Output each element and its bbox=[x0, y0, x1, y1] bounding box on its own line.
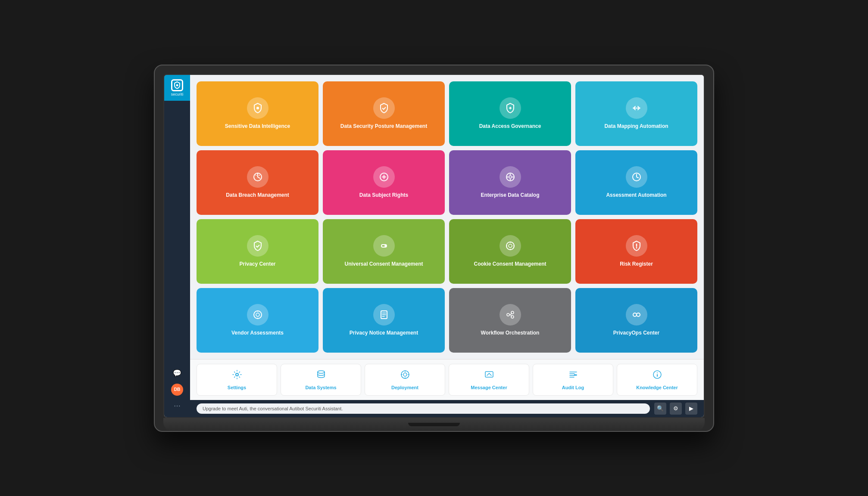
tile-label: Cookie Consent Management bbox=[474, 261, 546, 268]
dag-icon bbox=[500, 97, 521, 119]
knowledge-center-icon bbox=[652, 369, 662, 382]
status-bar: Upgrade to meet Auti, the conversational… bbox=[190, 400, 704, 417]
svg-point-0 bbox=[176, 84, 178, 86]
svg-point-21 bbox=[633, 313, 637, 316]
privacy-center-icon bbox=[247, 235, 269, 257]
logo-text: securiti bbox=[171, 92, 184, 96]
chat-icon[interactable]: 💬 bbox=[170, 366, 184, 380]
tile-dag[interactable]: Data Access Governance bbox=[449, 81, 571, 146]
tile-label: PrivacyOps Center bbox=[613, 330, 659, 337]
tile-aa[interactable]: Assessment Automation bbox=[575, 150, 697, 215]
tile-vendor[interactable]: Vendor Assessments bbox=[197, 288, 318, 353]
message-center-icon bbox=[484, 369, 494, 382]
sidebar-logo[interactable]: securiti bbox=[164, 75, 190, 101]
tile-label: Data Breach Management bbox=[226, 192, 289, 199]
ccm-icon bbox=[500, 235, 521, 257]
settings-tile[interactable]: Settings bbox=[197, 364, 277, 396]
tile-label: Universal Consent Management bbox=[344, 261, 423, 268]
avatar[interactable]: DB bbox=[171, 384, 183, 396]
svg-point-6 bbox=[507, 176, 508, 177]
logo-icon bbox=[171, 79, 183, 91]
audit-log-tile[interactable]: Audit Log bbox=[533, 364, 613, 396]
svg-point-15 bbox=[254, 311, 262, 319]
settings-label: Settings bbox=[228, 385, 246, 390]
dspm-icon bbox=[373, 97, 395, 119]
tile-dma[interactable]: Data Mapping Automation bbox=[575, 81, 697, 146]
tile-label: Enterprise Data Catalog bbox=[481, 192, 539, 199]
svg-point-22 bbox=[637, 313, 640, 316]
tile-label: Privacy Notice Management bbox=[350, 330, 418, 337]
svg-point-14 bbox=[509, 244, 512, 248]
sidebar: securiti 💬 DB ⋯ bbox=[164, 75, 190, 417]
sidebar-bottom: 💬 DB ⋯ bbox=[170, 366, 184, 417]
tile-ucm[interactable]: Universal Consent Management bbox=[323, 219, 445, 284]
data-systems-label: Data Systems bbox=[305, 385, 336, 390]
message-center-tile[interactable]: Message Center bbox=[449, 364, 529, 396]
grid-icon[interactable]: ⋯ bbox=[170, 399, 184, 413]
knowledge-center-tile[interactable]: Knowledge Center bbox=[617, 364, 697, 396]
svg-point-16 bbox=[256, 313, 259, 316]
tile-label: Data Mapping Automation bbox=[604, 123, 668, 130]
aa-icon bbox=[626, 166, 647, 188]
svg-point-18 bbox=[507, 313, 509, 316]
pnm-icon bbox=[373, 304, 395, 326]
main-content: Sensitive Data Intelligence Data Securit… bbox=[190, 75, 704, 417]
svg-point-23 bbox=[236, 373, 238, 376]
settings-icon bbox=[232, 369, 242, 382]
tile-label: Workflow Orchestration bbox=[481, 330, 540, 337]
knowledge-center-label: Knowledge Center bbox=[636, 385, 678, 390]
svg-point-8 bbox=[509, 174, 511, 175]
tile-label: Data Access Governance bbox=[479, 123, 541, 130]
tile-label: Sensitive Data Intelligence bbox=[225, 123, 290, 130]
workflow-icon bbox=[500, 304, 521, 326]
deployment-tile[interactable]: Deployment bbox=[365, 364, 445, 396]
audit-log-icon bbox=[568, 369, 578, 382]
vendor-icon bbox=[247, 304, 269, 326]
search-icon[interactable]: 🔍 bbox=[654, 403, 666, 415]
tile-label: Assessment Automation bbox=[606, 192, 666, 199]
deployment-icon bbox=[400, 369, 410, 382]
ucm-icon bbox=[373, 235, 395, 257]
tiles-grid: Sensitive Data Intelligence Data Securit… bbox=[190, 75, 704, 359]
dbm-icon bbox=[247, 166, 269, 188]
data-systems-tile[interactable]: Data Systems bbox=[281, 364, 361, 396]
tile-edc[interactable]: Enterprise Data Catalog bbox=[449, 150, 571, 215]
tile-label: Privacy Center bbox=[239, 261, 275, 268]
tile-dbm[interactable]: Data Breach Management bbox=[197, 150, 318, 215]
tile-risk-register[interactable]: Risk Register bbox=[575, 219, 697, 284]
dsr-icon bbox=[373, 166, 395, 188]
sensitive-data-icon bbox=[247, 97, 269, 119]
tile-label: Data Subject Rights bbox=[359, 192, 408, 199]
tile-label: Vendor Assessments bbox=[231, 330, 284, 337]
filter-icon[interactable]: ⚙ bbox=[670, 403, 682, 415]
message-center-label: Message Center bbox=[471, 385, 507, 390]
audit-log-label: Audit Log bbox=[562, 385, 584, 390]
tile-privacy-center[interactable]: Privacy Center bbox=[197, 219, 318, 284]
status-icons: 🔍 ⚙ ▶ bbox=[654, 403, 697, 415]
tile-sensitive-data[interactable]: Sensitive Data Intelligence bbox=[197, 81, 318, 146]
deployment-label: Deployment bbox=[391, 385, 418, 390]
play-icon[interactable]: ▶ bbox=[685, 403, 697, 415]
edc-icon bbox=[500, 166, 521, 188]
svg-point-24 bbox=[318, 371, 325, 373]
tile-dspm[interactable]: Data Security Posture Management bbox=[323, 81, 445, 146]
risk-register-icon bbox=[626, 235, 647, 257]
svg-point-9 bbox=[509, 179, 511, 180]
tile-label: Risk Register bbox=[620, 261, 653, 268]
svg-point-26 bbox=[403, 373, 407, 376]
data-systems-icon bbox=[316, 369, 326, 382]
tile-pnm[interactable]: Privacy Notice Management bbox=[323, 288, 445, 353]
svg-point-7 bbox=[512, 176, 513, 177]
svg-point-13 bbox=[506, 242, 514, 250]
chat-bubble: Upgrade to meet Auti, the conversational… bbox=[197, 403, 650, 414]
svg-rect-27 bbox=[485, 372, 493, 377]
svg-point-12 bbox=[384, 245, 386, 247]
tile-label: Data Security Posture Management bbox=[340, 123, 427, 130]
svg-point-1 bbox=[256, 107, 259, 109]
tile-dsr[interactable]: Data Subject Rights bbox=[323, 150, 445, 215]
privacyops-icon bbox=[626, 304, 647, 326]
dma-icon bbox=[626, 97, 647, 119]
tile-workflow[interactable]: Workflow Orchestration bbox=[449, 288, 571, 353]
tile-privacyops[interactable]: PrivacyOps Center bbox=[575, 288, 697, 353]
tile-ccm[interactable]: Cookie Consent Management bbox=[449, 219, 571, 284]
